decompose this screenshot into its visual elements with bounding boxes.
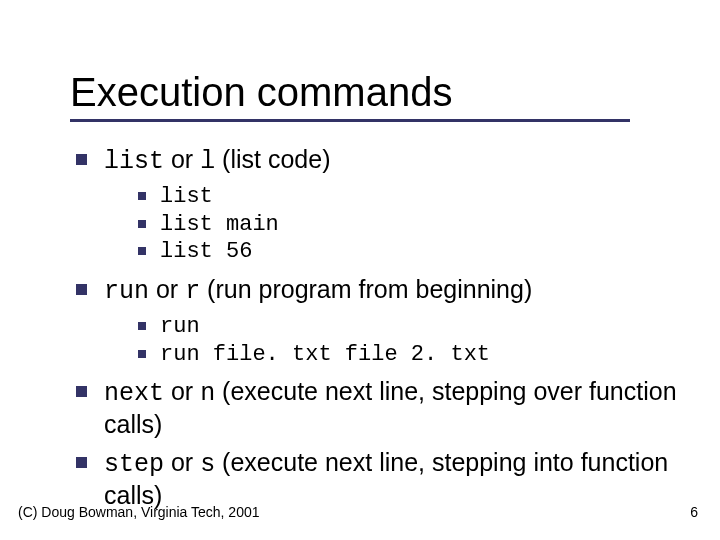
cmd-alt: n [200, 379, 215, 408]
sub-list: run run file. txt file 2. txt [104, 313, 720, 368]
cmd-alt: l [200, 147, 215, 176]
bullet-run-cmd: run or r (run program from beginning) ru… [70, 274, 720, 368]
cmd-alt: r [185, 277, 200, 306]
cmd-desc: (list code) [215, 145, 330, 173]
cmd-desc: (run program from beginning) [200, 275, 532, 303]
cmd-code: run [104, 277, 149, 306]
cmd-code: step [104, 450, 164, 479]
bullet-next-cmd: next or n (execute next line, stepping o… [70, 376, 720, 441]
bullet-list-cmd: list or l (list code) list list main lis… [70, 144, 720, 266]
sub-list: list list main list 56 [104, 183, 720, 266]
or-text: or [149, 275, 185, 303]
footer: (C) Doug Bowman, Virginia Tech, 2001 6 [18, 504, 698, 520]
or-text: or [164, 377, 200, 405]
cmd-code: list [104, 147, 164, 176]
sub-item: run file. txt file 2. txt [134, 341, 720, 369]
slide-title: Execution commands [70, 70, 720, 115]
footer-copyright: (C) Doug Bowman, Virginia Tech, 2001 [18, 504, 260, 520]
bullet-step-cmd: step or s (execute next line, stepping i… [70, 447, 720, 512]
or-text: or [164, 145, 200, 173]
bullet-list: list or l (list code) list list main lis… [70, 144, 720, 511]
or-text: or [164, 448, 200, 476]
footer-page-number: 6 [690, 504, 698, 520]
sub-item: list 56 [134, 238, 720, 266]
sub-item: list [134, 183, 720, 211]
slide: Execution commands list or l (list code)… [0, 0, 720, 540]
sub-item: run [134, 313, 720, 341]
title-underline [70, 119, 630, 122]
sub-item: list main [134, 211, 720, 239]
cmd-alt: s [200, 450, 215, 479]
cmd-code: next [104, 379, 164, 408]
